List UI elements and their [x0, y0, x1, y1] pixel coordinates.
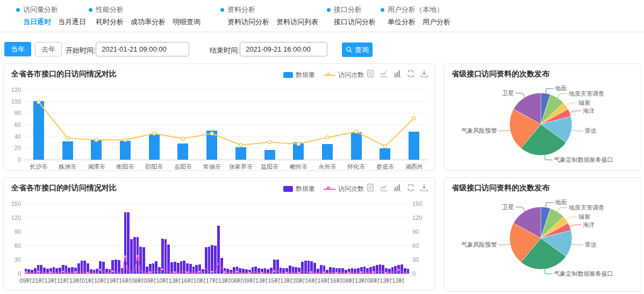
pie-slice-label: 气象风险预警	[461, 241, 497, 248]
x-axis-label: 13时	[355, 277, 367, 285]
legend-item[interactable]: 访问次数	[324, 184, 364, 193]
line-marker[interactable]	[268, 141, 271, 144]
start-time-input[interactable]	[96, 42, 189, 56]
line-marker[interactable]	[161, 269, 163, 270]
line-chart-icon[interactable]	[380, 69, 388, 78]
line-marker[interactable]	[124, 255, 126, 257]
pie-slice-label: 卫星	[502, 204, 514, 210]
line-marker[interactable]	[211, 271, 213, 273]
line-marker[interactable]	[87, 272, 89, 274]
nav-item[interactable]: 成功率分析	[131, 17, 166, 27]
line-marker[interactable]	[348, 272, 349, 274]
nav-item[interactable]: 单位分析	[388, 17, 416, 27]
legend-item[interactable]: 数据量	[283, 70, 315, 80]
chart-title: 全省各市接口的日访问情况对比	[11, 69, 117, 79]
restore-icon[interactable]	[406, 69, 415, 78]
nav-item[interactable]: 资料访问列表	[276, 17, 318, 27]
nav-item[interactable]: 明细查询	[173, 17, 201, 27]
current-year-button[interactable]: 当年	[4, 42, 31, 56]
line-marker[interactable]	[37, 101, 40, 104]
line-marker[interactable]	[124, 138, 127, 141]
last-year-button[interactable]: 去年	[35, 42, 62, 56]
pie-label-line	[570, 225, 581, 226]
legend-item[interactable]: 数据量	[283, 184, 315, 193]
line-marker[interactable]	[224, 271, 225, 273]
chart-title: 省级接口访问资料的次数发布	[452, 183, 549, 193]
nav-item[interactable]: 用户分析	[423, 17, 450, 27]
nav-item[interactable]: 耗时分析	[96, 17, 124, 27]
data-view-icon[interactable]	[366, 69, 375, 78]
line-marker[interactable]	[112, 270, 113, 272]
line-marker[interactable]	[236, 271, 238, 273]
line-marker[interactable]	[335, 272, 337, 274]
line-marker[interactable]	[261, 272, 262, 274]
line-marker[interactable]	[153, 132, 156, 135]
end-time-input[interactable]	[240, 42, 327, 56]
line-marker[interactable]	[62, 271, 64, 273]
line-marker[interactable]	[297, 142, 300, 146]
save-image-icon[interactable]	[420, 69, 428, 78]
line-chart-icon[interactable]	[380, 183, 388, 192]
line-marker[interactable]	[373, 271, 374, 273]
line-marker[interactable]	[25, 271, 26, 273]
bar-chart-icon[interactable]	[393, 69, 402, 78]
line-marker[interactable]	[181, 137, 184, 140]
line-marker[interactable]	[248, 272, 250, 274]
legend-label: 数据量	[296, 184, 315, 193]
x-axis-label: 15时	[268, 277, 280, 285]
restore-icon[interactable]	[406, 183, 415, 192]
line-marker[interactable]	[66, 137, 69, 140]
line-marker[interactable]	[187, 271, 188, 273]
legend-line-swatch-icon	[324, 73, 335, 78]
legend-item[interactable]: 访问次数	[324, 70, 364, 80]
nav-group-header: 用户分析（本地）	[381, 5, 450, 15]
y-axis-label: 90	[5, 228, 21, 235]
line-marker[interactable]	[311, 271, 312, 273]
x-axis-label: 益阳市	[255, 163, 284, 171]
line-marker[interactable]	[95, 138, 98, 141]
y-axis-label: 150	[5, 200, 21, 207]
nav-item[interactable]: 当月逐日	[58, 17, 86, 27]
line-marker[interactable]	[326, 136, 329, 139]
line-marker[interactable]	[355, 130, 358, 133]
line-marker[interactable]	[383, 145, 387, 148]
line-marker[interactable]	[360, 271, 362, 273]
line-marker[interactable]	[412, 117, 416, 120]
line-marker[interactable]	[99, 269, 101, 271]
line-series	[24, 90, 428, 160]
line-marker[interactable]	[385, 272, 387, 274]
x-axis-label: 衡阳市	[111, 163, 140, 171]
line-marker[interactable]	[273, 270, 275, 272]
line-marker[interactable]	[298, 272, 299, 274]
data-view-icon[interactable]	[366, 183, 375, 192]
y-axis-label: 40	[5, 133, 21, 140]
y-axis-label-right: 60	[412, 242, 428, 249]
end-time-label: 结束时间:	[210, 46, 240, 55]
line-marker[interactable]	[210, 132, 213, 135]
line-marker[interactable]	[239, 144, 242, 147]
line-marker[interactable]	[285, 272, 287, 274]
save-image-icon[interactable]	[420, 183, 428, 192]
y-axis-label: 0	[5, 156, 21, 163]
line-marker[interactable]	[37, 271, 39, 273]
line-marker[interactable]	[323, 271, 325, 273]
y-axis-label: 30	[5, 256, 21, 263]
line-marker[interactable]	[137, 255, 138, 257]
nav-item[interactable]: 当日逐时	[23, 17, 51, 27]
nav-item[interactable]: 接口访问分析	[334, 17, 376, 27]
line-marker[interactable]	[199, 271, 201, 273]
legend-ring	[327, 187, 330, 190]
search-button[interactable]: 查询	[342, 42, 373, 57]
line-marker[interactable]	[174, 271, 175, 273]
nav-item[interactable]: 资料访问分析	[227, 17, 269, 27]
bar-chart-icon[interactable]	[393, 183, 402, 192]
y-axis-label: 120	[5, 214, 21, 221]
line-marker[interactable]	[50, 271, 52, 273]
x-axis-label: 20时	[292, 277, 305, 285]
x-axis-label: 13时	[218, 277, 231, 285]
line-marker[interactable]	[149, 271, 151, 273]
line-marker[interactable]	[397, 269, 399, 271]
dashboard: 访问量分析当日逐时当月逐日性能分析耗时分析成功率分析明细查询资料分析资料访问分析…	[0, 0, 644, 294]
line-marker[interactable]	[75, 271, 76, 273]
x-axis-label: 08时	[131, 277, 144, 285]
